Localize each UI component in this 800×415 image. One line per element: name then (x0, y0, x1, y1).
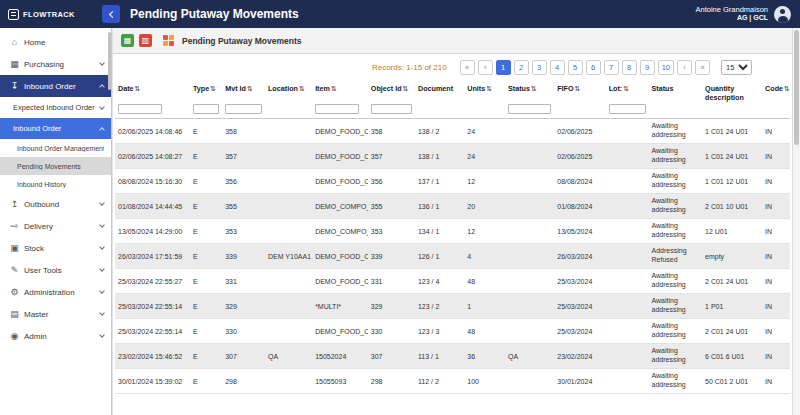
flowtrack-logo: FLOWTRACK (0, 9, 96, 20)
table-row[interactable]: 02/06/2025 14:08:46E358DEMO_FOOD_CA35813… (115, 119, 790, 144)
column-label: Date (118, 84, 134, 93)
column-header-type[interactable]: Type⇅ (190, 81, 222, 103)
cell-status: Awaiting addressing (649, 169, 703, 194)
sidebar-item-inbound-order[interactable]: ↧Inbound Order (0, 75, 111, 97)
sidebar-item-expected-inbound-order[interactable]: Expected Inbound Order (0, 97, 111, 118)
table-row[interactable]: 25/03/2024 22:55:14E329*MULTI*329123 / 2… (115, 294, 790, 319)
sidebar-item-delivery[interactable]: ⇨Delivery (0, 215, 111, 237)
filter-input-object-id[interactable] (371, 104, 412, 114)
column-header-status[interactable]: Status⇅ (505, 81, 554, 103)
first-page-button[interactable]: « (460, 60, 475, 75)
cell-quantity-description: 6 C01 6 U01 (702, 344, 762, 369)
filter-input-date[interactable] (118, 104, 162, 114)
sidebar-item-stock[interactable]: ▣Stock (0, 237, 111, 259)
column-header-location[interactable]: Location⇅ (265, 81, 312, 103)
sidebar-item-admin[interactable]: ◉Admin (0, 325, 111, 347)
cell-document: 123 / 3 (415, 319, 464, 344)
cell-fifo: 08/08/2024 (554, 169, 605, 194)
sidebar-item-master[interactable]: ▤Master (0, 303, 111, 325)
page-size-select[interactable]: 15 (721, 60, 752, 75)
sidebar-scrollbar-thumb[interactable] (108, 32, 111, 90)
page-button-10[interactable]: 10 (658, 60, 674, 75)
sort-icon[interactable]: ⇅ (784, 85, 790, 92)
cell-status (505, 144, 554, 169)
last-page-button[interactable]: » (695, 60, 710, 75)
page-button-6[interactable]: 6 (586, 60, 601, 75)
sidebar-item-inbound-history[interactable]: Inbound History (0, 175, 111, 193)
filter-input-type[interactable] (193, 104, 219, 114)
scrollbar-thumb[interactable] (794, 30, 799, 145)
table-row[interactable]: 01/08/2024 14:44:45E355DEMO_COMPO_I35513… (115, 194, 790, 219)
toolbar: ▦ ▥ Pending Putaway Movements (113, 28, 792, 54)
sort-icon[interactable]: ⇅ (210, 85, 216, 92)
sort-icon[interactable]: ⇅ (135, 85, 141, 92)
prev-page-button[interactable]: ‹ (478, 60, 493, 75)
sort-icon[interactable]: ⇅ (247, 85, 253, 92)
filter-input-lot[interactable] (609, 104, 646, 114)
cell-code: IN (762, 119, 790, 144)
sidebar-item-label: Expected Inbound Order (13, 103, 96, 112)
column-header-item[interactable]: Item⇅ (312, 81, 368, 103)
filter-cell (649, 103, 703, 119)
column-header-mvt-id[interactable]: Mvt Id⇅ (222, 81, 265, 103)
page-button-4[interactable]: 4 (550, 60, 565, 75)
sidebar-item-inbound-order[interactable]: Inbound Order (0, 118, 111, 139)
table-row[interactable]: 23/02/2024 15:46:52E307QA15052024307113 … (115, 344, 790, 369)
cell-location (265, 369, 312, 394)
table-row[interactable]: 13/05/2024 14:29:00E353DEMO_COMPO_I35313… (115, 219, 790, 244)
user-avatar[interactable] (774, 6, 791, 23)
sidebar-item-outbound[interactable]: ↥Outbound (0, 193, 111, 215)
sidebar-item-purchasing[interactable]: ▦Purchasing (0, 53, 111, 75)
table-row[interactable]: 25/03/2024 22:55:27E331DEMO_FOOD_CA33112… (115, 269, 790, 294)
filter-input-item[interactable] (315, 104, 359, 114)
sidebar-item-home[interactable]: ⌂Home (0, 31, 111, 53)
table-row[interactable]: 08/08/2024 15:16:30E356DEMO_FOOD_C356137… (115, 169, 790, 194)
excel-export-button[interactable]: ▦ (121, 34, 134, 47)
next-page-button[interactable]: › (677, 60, 692, 75)
cell-location (265, 294, 312, 319)
sidebar-item-user-tools[interactable]: ✎User Tools (0, 259, 111, 281)
sort-icon[interactable]: ⇅ (331, 85, 337, 92)
sidebar-item-administration[interactable]: ⚙Administration (0, 281, 111, 303)
chevron-down-icon (99, 266, 105, 272)
sidebar-item-inbound-order-management[interactable]: Inbound Order Management (0, 139, 111, 157)
page-button-9[interactable]: 9 (640, 60, 655, 75)
column-header-object-id[interactable]: Object Id⇅ (368, 81, 415, 103)
page-button-5[interactable]: 5 (568, 60, 583, 75)
cell-document: 137 / 1 (415, 169, 464, 194)
column-header-fifo[interactable]: FIFO⇅ (554, 81, 605, 103)
back-button[interactable] (102, 5, 120, 23)
pdf-export-button[interactable]: ▥ (139, 34, 152, 47)
cell-status (505, 219, 554, 244)
page-button-1[interactable]: 1 (496, 60, 511, 75)
page-button-7[interactable]: 7 (604, 60, 619, 75)
vertical-scrollbar[interactable] (792, 28, 800, 415)
column-header-code[interactable]: Code⇅ (762, 81, 790, 103)
sort-icon[interactable]: ⇅ (403, 85, 409, 92)
table-row[interactable]: 25/03/2024 22:55:14E330DEMO_FOOD_CA33012… (115, 319, 790, 344)
column-label: Units (467, 84, 485, 93)
cell-type: E (190, 244, 222, 269)
cell-date: 02/06/2025 14:08:46 (115, 119, 190, 144)
cell-units: 4 (464, 244, 505, 269)
column-header-date[interactable]: Date⇅ (115, 81, 190, 103)
table-row[interactable]: 26/03/2024 17:51:59E339DEM Y10AA1DEMO_FO… (115, 244, 790, 269)
column-header-lot[interactable]: Lot:⇅ (606, 81, 649, 103)
filter-input-mvt-id[interactable] (225, 104, 262, 114)
cell-fifo: 01/08/2024 (554, 194, 605, 219)
sidebar-item-pending-movements[interactable]: Pending Movements (0, 157, 111, 175)
page-button-2[interactable]: 2 (514, 60, 529, 75)
sort-icon[interactable]: ⇅ (575, 85, 581, 92)
sort-icon[interactable]: ⇅ (623, 85, 629, 92)
sort-icon[interactable]: ⇅ (299, 85, 305, 92)
table-row[interactable]: 30/01/2024 15:39:02E29815055093298112 / … (115, 369, 790, 394)
table-row[interactable]: 02/06/2025 14:08:27E357DEMO_FOOD_CA35713… (115, 144, 790, 169)
cell-fifo: 30/01/2024 (554, 369, 605, 394)
column-header-units[interactable]: Units⇅ (464, 81, 505, 103)
sort-icon[interactable]: ⇅ (486, 85, 492, 92)
cell-lot (606, 119, 649, 144)
filter-input-status[interactable] (508, 104, 551, 114)
page-button-3[interactable]: 3 (532, 60, 547, 75)
page-button-8[interactable]: 8 (622, 60, 637, 75)
sort-icon[interactable]: ⇅ (531, 85, 537, 92)
